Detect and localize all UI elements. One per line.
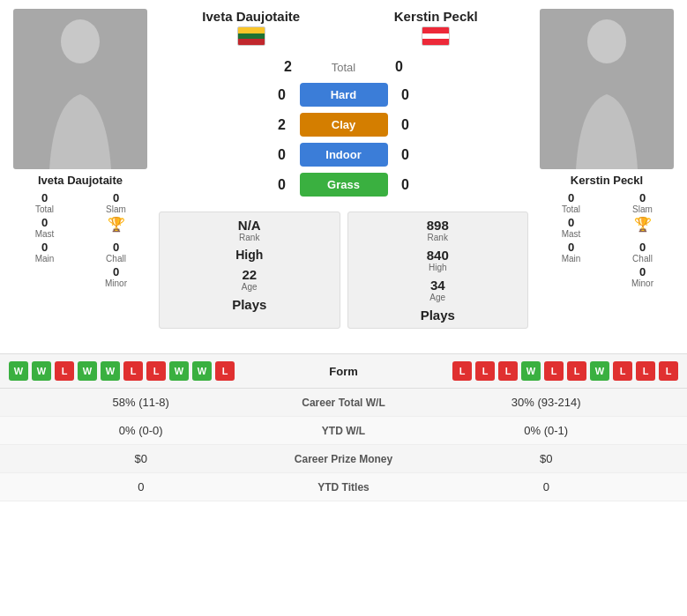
- player1-slam-val: 0: [113, 191, 119, 204]
- spacer: [16, 265, 17, 288]
- svg-point-1: [587, 19, 626, 63]
- player1-chall-stat: 0 Chall: [87, 241, 145, 263]
- player-info-boxes: N/A Rank High 22 Age Plays 898 Rank 840 …: [159, 206, 528, 334]
- svg-point-0: [61, 19, 100, 63]
- player2-name-section: Kerstin Peckl: [344, 9, 529, 49]
- form-badge-p1: W: [192, 361, 212, 381]
- player1-total-label: Total: [35, 204, 54, 214]
- player2-info-box: 898 Rank 840 High 34 Age Plays: [347, 212, 529, 329]
- player1-name: Iveta Daujotaite: [38, 174, 123, 187]
- player2-slam-stat: 0 Slam: [614, 191, 671, 214]
- player1-main-label: Main: [35, 254, 55, 263]
- stat-label: YTD Titles: [273, 481, 414, 494]
- player1-column: Iveta Daujotaite 0 Total 0 Slam 0 Mast: [9, 9, 152, 291]
- player2-silhouette: [554, 15, 660, 169]
- form-badge-p2: W: [521, 361, 541, 381]
- total-score-p2: 0: [391, 59, 408, 75]
- top-section: Iveta Daujotaite 0 Total 0 Slam 0 Mast: [0, 0, 687, 343]
- bottom-section: WWLWWLLWWL Form LLLWLLWLLL 58% (11-8) Ca…: [0, 353, 687, 501]
- player1-stats-grid: 0 Total 0 Slam 0 Mast 🏆 0: [9, 191, 152, 288]
- player2-chall-stat: 0 Chall: [614, 241, 671, 263]
- player1-slam-label: Slam: [106, 204, 126, 214]
- player1-header-name: Iveta Daujotaite: [159, 9, 344, 24]
- player1-main-stat: 0 Main: [16, 241, 73, 263]
- player2-main-val: 0: [568, 241, 574, 254]
- player1-chall-val: 0: [113, 241, 119, 254]
- player2-photo: [540, 9, 674, 169]
- stats-row: 0 YTD Titles 0: [0, 473, 687, 501]
- form-badge-p1: W: [32, 361, 51, 381]
- stats-row: 0% (0-0) YTD W/L 0% (0-1): [0, 417, 687, 445]
- form-badge-p1: W: [169, 361, 189, 381]
- player2-name: Kerstin Peckl: [571, 174, 643, 187]
- player2-main-label: Main: [562, 254, 581, 263]
- player1-plays-inner: Plays: [232, 297, 266, 312]
- player1-mast-stat: 0 Mast: [16, 216, 73, 239]
- stat-label: Career Prize Money: [273, 453, 414, 465]
- form-badge-p1: L: [146, 361, 166, 381]
- form-badge-p2: L: [544, 361, 564, 381]
- player1-rank-label: Rank: [239, 233, 259, 242]
- stat-p2-val: 0: [414, 480, 679, 494]
- form-badge-p2: L: [475, 361, 495, 381]
- form-badge-p1: W: [101, 361, 120, 381]
- form-badge-p1: L: [123, 361, 143, 381]
- form-badge-p1: W: [78, 361, 97, 381]
- player1-photo: [13, 9, 147, 169]
- hard-row: 0 Hard 0: [159, 83, 528, 107]
- total-score-p1: 2: [280, 59, 297, 75]
- player1-chall-label: Chall: [106, 254, 126, 263]
- stat-p1-val: 0% (0-0): [9, 424, 273, 437]
- player1-total-stat: 0 Total: [16, 191, 73, 214]
- hard-button[interactable]: Hard: [300, 83, 388, 107]
- player1-flag-container: [159, 26, 344, 49]
- player1-mast-val: 0: [41, 216, 48, 229]
- player1-silhouette: [27, 15, 133, 169]
- spacer2: [542, 265, 543, 288]
- player1-info-box: N/A Rank High 22 Age Plays: [159, 212, 340, 329]
- player1-minor-val: 0: [113, 265, 119, 278]
- stat-p1-val: 58% (11-8): [9, 396, 273, 409]
- player1-name-section: Iveta Daujotaite: [159, 9, 344, 49]
- player2-age-inner: 34: [430, 278, 445, 293]
- main-container: Iveta Daujotaite 0 Total 0 Slam 0 Mast: [0, 0, 687, 501]
- player1-main-val: 0: [41, 241, 48, 254]
- player2-column: Kerstin Peckl 0 Total 0 Slam 0 Mast: [535, 9, 678, 291]
- player2-rank-val: 898: [427, 218, 449, 233]
- player1-total-val: 0: [41, 191, 48, 204]
- total-scores-row: 2 Total 0: [280, 59, 408, 75]
- form-badge-p2: L: [659, 361, 678, 381]
- clay-score-p2: 0: [397, 117, 414, 133]
- players-row: Iveta Daujotaite 0 Total 0 Slam 0 Mast: [9, 9, 678, 334]
- player1-minor-stat: 0 Minor: [87, 265, 145, 288]
- center-column: Iveta Daujotaite Kerstin Peckl 2: [159, 9, 528, 334]
- player2-rank-label: Rank: [428, 233, 448, 242]
- player1-age-inner: 22: [242, 267, 257, 282]
- player2-chall-val: 0: [639, 241, 646, 254]
- grass-score-p1: 0: [273, 177, 291, 193]
- clay-score-p1: 2: [273, 117, 291, 133]
- indoor-button[interactable]: Indoor: [300, 143, 388, 167]
- hard-score-p1: 0: [273, 87, 291, 103]
- stat-p1-val: $0: [9, 452, 273, 465]
- indoor-score-p1: 0: [273, 147, 291, 163]
- player2-stats-grid: 0 Total 0 Slam 0 Mast 🏆 0: [535, 191, 678, 288]
- form-left: WWLWWLLWWL: [9, 361, 291, 381]
- player2-mast-stat: 0 Mast: [542, 216, 600, 239]
- form-label: Form: [291, 365, 397, 378]
- form-badge-p2: L: [498, 361, 518, 381]
- stat-p2-val: $0: [414, 452, 679, 465]
- player2-trophy-area: 🏆: [614, 216, 671, 239]
- clay-button[interactable]: Clay: [300, 113, 388, 137]
- form-badge-p1: W: [9, 361, 28, 381]
- player1-trophy-icon: 🏆: [108, 216, 125, 233]
- player1-slam-stat: 0 Slam: [87, 191, 145, 214]
- grass-row: 0 Grass 0: [159, 173, 528, 197]
- player2-mast-label: Mast: [562, 229, 581, 239]
- clay-row: 2 Clay 0: [159, 113, 528, 137]
- indoor-score-p2: 0: [397, 147, 414, 163]
- indoor-row: 0 Indoor 0: [159, 143, 528, 167]
- player2-main-stat: 0 Main: [542, 241, 600, 263]
- grass-button[interactable]: Grass: [300, 173, 388, 197]
- player2-flag-icon: [422, 26, 450, 46]
